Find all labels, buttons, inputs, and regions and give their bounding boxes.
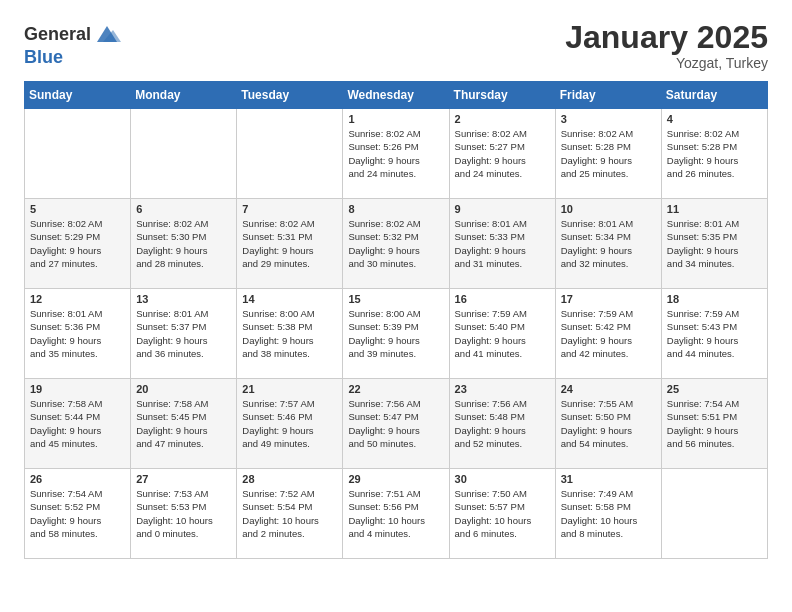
calendar-cell: 23Sunrise: 7:56 AM Sunset: 5:48 PM Dayli…: [449, 379, 555, 469]
calendar-cell: 8Sunrise: 8:02 AM Sunset: 5:32 PM Daylig…: [343, 199, 449, 289]
day-info: Sunrise: 8:02 AM Sunset: 5:30 PM Dayligh…: [136, 217, 231, 270]
day-number: 7: [242, 203, 337, 215]
day-number: 4: [667, 113, 762, 125]
calendar-cell: 20Sunrise: 7:58 AM Sunset: 5:45 PM Dayli…: [131, 379, 237, 469]
calendar-week-0: 1Sunrise: 8:02 AM Sunset: 5:26 PM Daylig…: [25, 109, 768, 199]
day-number: 24: [561, 383, 656, 395]
calendar-week-1: 5Sunrise: 8:02 AM Sunset: 5:29 PM Daylig…: [25, 199, 768, 289]
day-info: Sunrise: 8:02 AM Sunset: 5:31 PM Dayligh…: [242, 217, 337, 270]
calendar-cell: 18Sunrise: 7:59 AM Sunset: 5:43 PM Dayli…: [661, 289, 767, 379]
day-number: 16: [455, 293, 550, 305]
day-number: 18: [667, 293, 762, 305]
title-area: January 2025 Yozgat, Turkey: [565, 20, 768, 71]
day-info: Sunrise: 8:02 AM Sunset: 5:29 PM Dayligh…: [30, 217, 125, 270]
calendar-cell: 3Sunrise: 8:02 AM Sunset: 5:28 PM Daylig…: [555, 109, 661, 199]
day-info: Sunrise: 7:55 AM Sunset: 5:50 PM Dayligh…: [561, 397, 656, 450]
day-info: Sunrise: 8:00 AM Sunset: 5:39 PM Dayligh…: [348, 307, 443, 360]
calendar-week-3: 19Sunrise: 7:58 AM Sunset: 5:44 PM Dayli…: [25, 379, 768, 469]
calendar-cell: 13Sunrise: 8:01 AM Sunset: 5:37 PM Dayli…: [131, 289, 237, 379]
day-info: Sunrise: 8:01 AM Sunset: 5:34 PM Dayligh…: [561, 217, 656, 270]
day-number: 28: [242, 473, 337, 485]
page-header: General Blue January 2025 Yozgat, Turkey: [24, 20, 768, 71]
logo-blue: Blue: [24, 47, 63, 67]
calendar-cell: 19Sunrise: 7:58 AM Sunset: 5:44 PM Dayli…: [25, 379, 131, 469]
calendar-cell: 30Sunrise: 7:50 AM Sunset: 5:57 PM Dayli…: [449, 469, 555, 559]
calendar-cell: [25, 109, 131, 199]
header-thursday: Thursday: [449, 82, 555, 109]
calendar-cell: 6Sunrise: 8:02 AM Sunset: 5:30 PM Daylig…: [131, 199, 237, 289]
day-number: 14: [242, 293, 337, 305]
day-number: 20: [136, 383, 231, 395]
calendar-body: 1Sunrise: 8:02 AM Sunset: 5:26 PM Daylig…: [25, 109, 768, 559]
day-number: 6: [136, 203, 231, 215]
calendar-cell: 25Sunrise: 7:54 AM Sunset: 5:51 PM Dayli…: [661, 379, 767, 469]
day-number: 29: [348, 473, 443, 485]
calendar-cell: 14Sunrise: 8:00 AM Sunset: 5:38 PM Dayli…: [237, 289, 343, 379]
calendar-cell: 29Sunrise: 7:51 AM Sunset: 5:56 PM Dayli…: [343, 469, 449, 559]
day-number: 15: [348, 293, 443, 305]
day-info: Sunrise: 7:49 AM Sunset: 5:58 PM Dayligh…: [561, 487, 656, 540]
day-number: 5: [30, 203, 125, 215]
calendar-cell: 11Sunrise: 8:01 AM Sunset: 5:35 PM Dayli…: [661, 199, 767, 289]
calendar-cell: 22Sunrise: 7:56 AM Sunset: 5:47 PM Dayli…: [343, 379, 449, 469]
calendar-week-2: 12Sunrise: 8:01 AM Sunset: 5:36 PM Dayli…: [25, 289, 768, 379]
day-number: 22: [348, 383, 443, 395]
day-info: Sunrise: 7:53 AM Sunset: 5:53 PM Dayligh…: [136, 487, 231, 540]
day-info: Sunrise: 8:01 AM Sunset: 5:33 PM Dayligh…: [455, 217, 550, 270]
day-info: Sunrise: 8:02 AM Sunset: 5:32 PM Dayligh…: [348, 217, 443, 270]
calendar-cell: 7Sunrise: 8:02 AM Sunset: 5:31 PM Daylig…: [237, 199, 343, 289]
header-saturday: Saturday: [661, 82, 767, 109]
header-monday: Monday: [131, 82, 237, 109]
day-info: Sunrise: 8:02 AM Sunset: 5:28 PM Dayligh…: [561, 127, 656, 180]
calendar-cell: 27Sunrise: 7:53 AM Sunset: 5:53 PM Dayli…: [131, 469, 237, 559]
day-info: Sunrise: 8:00 AM Sunset: 5:38 PM Dayligh…: [242, 307, 337, 360]
day-info: Sunrise: 7:58 AM Sunset: 5:44 PM Dayligh…: [30, 397, 125, 450]
day-info: Sunrise: 7:59 AM Sunset: 5:40 PM Dayligh…: [455, 307, 550, 360]
day-number: 25: [667, 383, 762, 395]
calendar-cell: 5Sunrise: 8:02 AM Sunset: 5:29 PM Daylig…: [25, 199, 131, 289]
day-info: Sunrise: 7:56 AM Sunset: 5:48 PM Dayligh…: [455, 397, 550, 450]
day-number: 19: [30, 383, 125, 395]
calendar-cell: 24Sunrise: 7:55 AM Sunset: 5:50 PM Dayli…: [555, 379, 661, 469]
day-number: 17: [561, 293, 656, 305]
calendar-cell: 2Sunrise: 8:02 AM Sunset: 5:27 PM Daylig…: [449, 109, 555, 199]
day-number: 13: [136, 293, 231, 305]
calendar-week-4: 26Sunrise: 7:54 AM Sunset: 5:52 PM Dayli…: [25, 469, 768, 559]
calendar-cell: 31Sunrise: 7:49 AM Sunset: 5:58 PM Dayli…: [555, 469, 661, 559]
day-info: Sunrise: 7:50 AM Sunset: 5:57 PM Dayligh…: [455, 487, 550, 540]
calendar-cell: 16Sunrise: 7:59 AM Sunset: 5:40 PM Dayli…: [449, 289, 555, 379]
day-info: Sunrise: 7:54 AM Sunset: 5:51 PM Dayligh…: [667, 397, 762, 450]
calendar-cell: 17Sunrise: 7:59 AM Sunset: 5:42 PM Dayli…: [555, 289, 661, 379]
calendar-cell: 21Sunrise: 7:57 AM Sunset: 5:46 PM Dayli…: [237, 379, 343, 469]
header-tuesday: Tuesday: [237, 82, 343, 109]
calendar-cell: 12Sunrise: 8:01 AM Sunset: 5:36 PM Dayli…: [25, 289, 131, 379]
day-info: Sunrise: 8:02 AM Sunset: 5:28 PM Dayligh…: [667, 127, 762, 180]
day-info: Sunrise: 7:52 AM Sunset: 5:54 PM Dayligh…: [242, 487, 337, 540]
day-info: Sunrise: 7:51 AM Sunset: 5:56 PM Dayligh…: [348, 487, 443, 540]
location: Yozgat, Turkey: [565, 55, 768, 71]
calendar-cell: 28Sunrise: 7:52 AM Sunset: 5:54 PM Dayli…: [237, 469, 343, 559]
logo-general: General: [24, 25, 91, 43]
day-number: 27: [136, 473, 231, 485]
day-number: 31: [561, 473, 656, 485]
day-number: 12: [30, 293, 125, 305]
day-number: 26: [30, 473, 125, 485]
day-info: Sunrise: 8:01 AM Sunset: 5:36 PM Dayligh…: [30, 307, 125, 360]
day-info: Sunrise: 8:02 AM Sunset: 5:27 PM Dayligh…: [455, 127, 550, 180]
calendar-cell: 9Sunrise: 8:01 AM Sunset: 5:33 PM Daylig…: [449, 199, 555, 289]
day-number: 11: [667, 203, 762, 215]
header-row: Sunday Monday Tuesday Wednesday Thursday…: [25, 82, 768, 109]
day-number: 30: [455, 473, 550, 485]
day-number: 21: [242, 383, 337, 395]
calendar-cell: 4Sunrise: 8:02 AM Sunset: 5:28 PM Daylig…: [661, 109, 767, 199]
day-info: Sunrise: 8:01 AM Sunset: 5:35 PM Dayligh…: [667, 217, 762, 270]
day-info: Sunrise: 7:58 AM Sunset: 5:45 PM Dayligh…: [136, 397, 231, 450]
day-number: 23: [455, 383, 550, 395]
day-info: Sunrise: 7:59 AM Sunset: 5:42 PM Dayligh…: [561, 307, 656, 360]
day-number: 9: [455, 203, 550, 215]
logo-icon: [93, 20, 121, 48]
day-info: Sunrise: 7:57 AM Sunset: 5:46 PM Dayligh…: [242, 397, 337, 450]
day-number: 2: [455, 113, 550, 125]
month-title: January 2025: [565, 20, 768, 55]
day-info: Sunrise: 7:54 AM Sunset: 5:52 PM Dayligh…: [30, 487, 125, 540]
